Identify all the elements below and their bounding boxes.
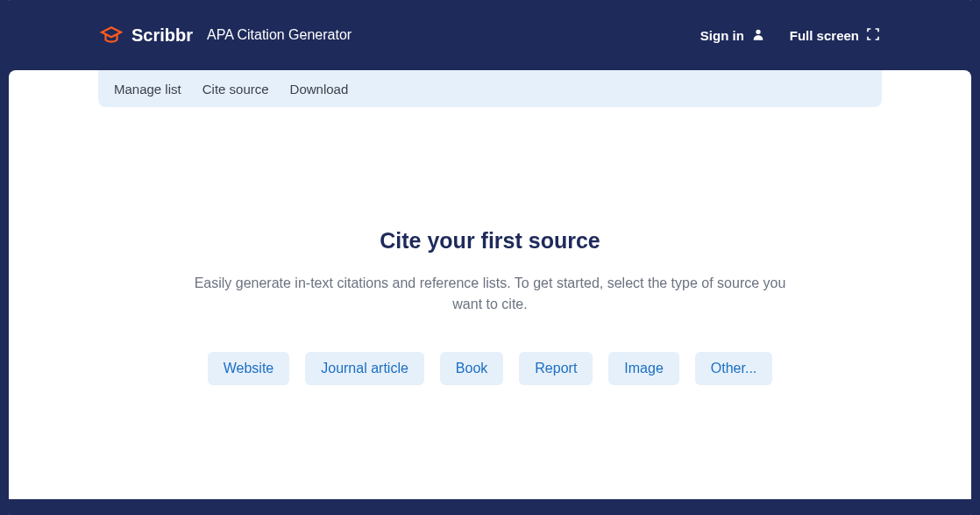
scribbr-logo-icon <box>100 24 123 46</box>
chip-image[interactable]: Image <box>608 352 678 385</box>
brand-name: Scribbr <box>131 25 193 46</box>
app-title: APA Citation Generator <box>207 27 352 43</box>
chip-journal-article[interactable]: Journal article <box>305 352 424 385</box>
sign-in-label: Sign in <box>700 28 744 43</box>
full-screen-button[interactable]: Full screen <box>790 27 880 44</box>
page-subtext: Easily generate in-text citations and re… <box>183 273 797 315</box>
full-screen-label: Full screen <box>790 28 859 43</box>
chip-report[interactable]: Report <box>519 352 593 385</box>
chip-other[interactable]: Other... <box>695 352 772 385</box>
chip-book[interactable]: Book <box>440 352 503 385</box>
fullscreen-icon <box>866 27 880 44</box>
page-headline: Cite your first source <box>380 228 600 254</box>
user-icon <box>751 27 765 44</box>
tabs-bar: Manage list Cite source Download <box>98 70 882 107</box>
frame-bottom <box>0 499 980 515</box>
svg-point-0 <box>756 29 760 33</box>
chip-website[interactable]: Website <box>208 352 290 385</box>
source-type-chips: Website Journal article Book Report Imag… <box>208 352 773 385</box>
header-actions: Sign in Full screen <box>700 27 880 44</box>
tab-download[interactable]: Download <box>290 82 349 97</box>
tab-manage-list[interactable]: Manage list <box>114 82 181 97</box>
main-content: Cite your first source Easily generate i… <box>9 123 971 499</box>
brand[interactable]: Scribbr APA Citation Generator <box>100 24 352 46</box>
tab-cite-source[interactable]: Cite source <box>202 82 269 97</box>
sign-in-button[interactable]: Sign in <box>700 27 765 44</box>
header: Scribbr APA Citation Generator Sign in F… <box>0 0 980 70</box>
